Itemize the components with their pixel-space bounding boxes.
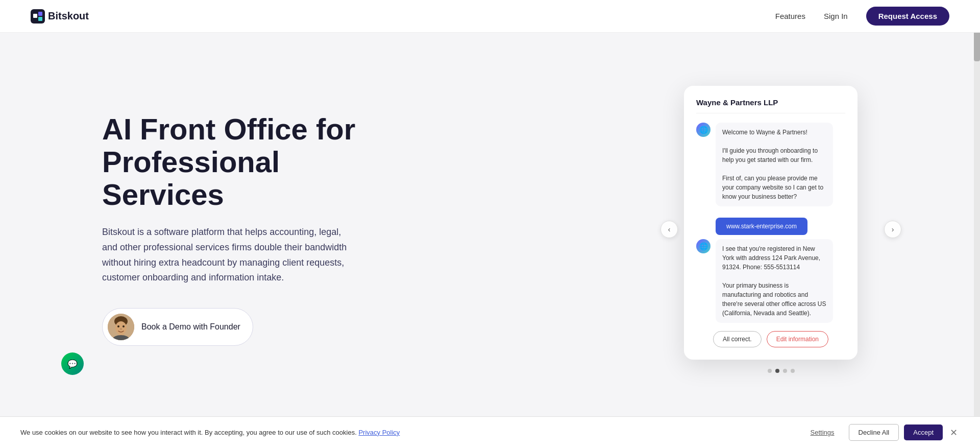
privacy-policy-link[interactable]: Privacy Policy [358,429,400,436]
hero-title: AI Front Office for Professional Service… [102,113,388,210]
svg-point-6 [115,321,127,335]
logo[interactable]: Bitskout [31,9,89,23]
chat-bubble-2: I see that you're registered in New York… [716,239,833,323]
navbar: Bitskout Features Sign In Request Access [0,0,980,33]
hero-section: AI Front Office for Professional Service… [0,33,980,416]
edit-button[interactable]: Edit information [767,331,828,347]
bottom-hint-circle: 💬 [61,352,84,375]
carousel-dots [684,369,878,373]
correct-button[interactable]: All correct. [713,331,762,347]
chat-card: Wayne & Partners LLP 🌐 Welcome to Wayne … [684,86,857,360]
chat-message-1: 🌐 Welcome to Wayne & Partners! I'll guid… [696,123,845,206]
cookie-accept-button[interactable]: Accept [904,425,943,440]
dot-1[interactable] [768,369,772,373]
cookie-settings-button[interactable]: Settings [801,425,844,440]
book-demo-button[interactable]: Book a Demo with Founder [102,308,253,346]
book-demo-label: Book a Demo with Founder [141,322,240,332]
svg-rect-1 [33,14,37,18]
carousel-prev[interactable]: ‹ [660,221,678,238]
bot-avatar-2: 🌐 [696,239,710,253]
svg-point-9 [120,328,122,330]
hero-left: AI Front Office for Professional Service… [102,113,388,346]
founder-avatar [108,314,134,340]
nav-links: Features Sign In Request Access [775,7,949,26]
cookie-actions: Settings Decline All Accept ✕ [801,424,960,441]
dot-4[interactable] [791,369,795,373]
cookie-close-button[interactable]: ✕ [948,427,960,438]
chat-actions: All correct. Edit information [696,331,845,347]
cookie-text: We use cookies on our website to see how… [20,428,791,438]
cookie-banner: We use cookies on our website to see how… [0,416,980,448]
dot-3[interactable] [783,369,787,373]
cookie-decline-button[interactable]: Decline All [849,424,899,441]
nav-signin[interactable]: Sign In [824,12,848,20]
svg-rect-2 [38,12,42,16]
avatar-image [108,314,134,340]
carousel-next[interactable]: › [884,221,901,238]
svg-point-7 [117,325,119,327]
chat-card-header: Wayne & Partners LLP [696,98,845,113]
svg-rect-3 [38,17,42,21]
hero-description: Bitskout is a software platform that hel… [102,225,357,286]
nav-features[interactable]: Features [775,12,805,20]
svg-rect-0 [31,9,45,23]
chat-url-reply[interactable]: www.stark-enterprise.com [716,218,807,235]
scrollbar[interactable] [974,0,980,448]
hero-right: ‹ Wayne & Partners LLP 🌐 Welcome to Wayn… [684,86,878,373]
chat-message-2: 🌐 I see that you're registered in New Yo… [696,239,845,323]
request-access-button[interactable]: Request Access [866,7,949,26]
chat-bubble-1: Welcome to Wayne & Partners! I'll guide … [716,123,833,206]
dot-2[interactable] [775,369,779,373]
logo-icon [31,9,45,23]
svg-point-8 [122,325,125,327]
bot-avatar-1: 🌐 [696,123,710,137]
logo-text: Bitskout [48,10,89,22]
